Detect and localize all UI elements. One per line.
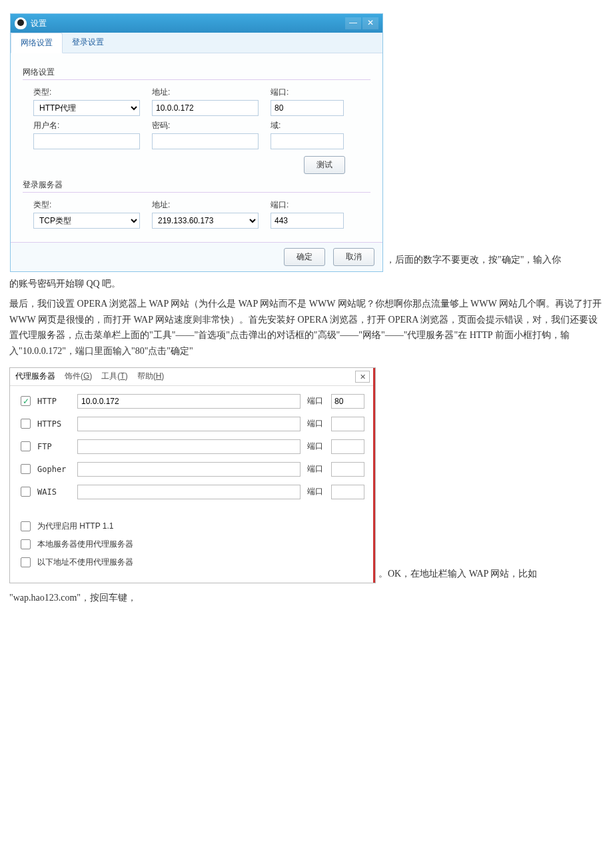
port-label: 端口 xyxy=(307,418,327,429)
chk-http11[interactable] xyxy=(21,521,31,531)
label-user: 用户名: xyxy=(33,120,140,131)
login-addr-select[interactable]: 219.133.60.173 xyxy=(152,213,259,229)
proxy-addr-gopher[interactable] xyxy=(77,462,301,477)
opera-dialog-title: 代理服务器 xyxy=(15,371,55,382)
proxy-port-wais[interactable] xyxy=(331,485,364,499)
test-button[interactable]: 测试 xyxy=(304,156,345,174)
para2: 最后，我们设置 OPERA 浏览器上 WAP 网站（为什么是 WAP 网站而不是… xyxy=(9,296,604,359)
label-type: 类型: xyxy=(33,87,140,98)
proxy-type-select[interactable]: HTTP代理 xyxy=(33,100,140,116)
proxy-addr-https[interactable] xyxy=(77,417,301,431)
proxy-row-gopher: Gopher端口 xyxy=(21,462,364,477)
tab-network[interactable]: 网络设置 xyxy=(11,33,63,53)
opera-menubar: 代理服务器 饰件(G) 工具(T) 帮助(H) ✕ xyxy=(10,368,375,386)
label-login-port: 端口: xyxy=(271,199,344,211)
group-login-server: 登录服务器 xyxy=(23,179,370,193)
port-label: 端口 xyxy=(307,441,327,452)
proxy-domain-input[interactable] xyxy=(271,133,344,149)
minimize-icon[interactable]: — xyxy=(345,17,361,29)
menu-decor[interactable]: 饰件(G) xyxy=(65,371,92,382)
proxy-port-input[interactable] xyxy=(271,100,344,116)
label-login-addr: 地址: xyxy=(152,199,259,211)
proxy-row-wais: WAIS端口 xyxy=(21,485,364,499)
close-icon[interactable]: ✕ xyxy=(362,17,378,29)
proxy-port-gopher[interactable] xyxy=(331,462,364,477)
para3b: "wap.hao123.com"，按回车键， xyxy=(9,590,604,606)
port-label: 端口 xyxy=(307,486,327,497)
proxy-user-input[interactable] xyxy=(33,133,140,149)
opt-bypass: 以下地址不使用代理服务器 xyxy=(37,557,133,568)
chk-http[interactable] xyxy=(21,396,31,406)
tab-login[interactable]: 登录设置 xyxy=(63,33,113,53)
proxy-port-ftp[interactable] xyxy=(331,439,364,454)
qq-tabs: 网络设置 登录设置 xyxy=(11,33,382,53)
label-port: 端口: xyxy=(271,87,344,98)
group-network: 网络设置 xyxy=(23,67,370,80)
cancel-button[interactable]: 取消 xyxy=(333,248,374,266)
opera-close-icon[interactable]: ✕ xyxy=(355,371,370,383)
chk-wais[interactable] xyxy=(21,487,31,497)
login-port-input[interactable] xyxy=(271,213,344,229)
menu-tools[interactable]: 工具(T) xyxy=(101,371,127,382)
proxy-port-http[interactable] xyxy=(331,394,364,409)
chk-local[interactable] xyxy=(21,539,31,549)
proto-label: WAIS xyxy=(37,487,77,497)
port-label: 端口 xyxy=(307,463,327,475)
qq-titlebar: 设置 — ✕ xyxy=(11,14,382,33)
qq-settings-dialog: 设置 — ✕ 网络设置 登录设置 网络设置 类型: HTTP代理 地址: xyxy=(10,13,383,272)
label-pass: 密码: xyxy=(152,120,259,131)
proxy-pass-input[interactable] xyxy=(152,133,259,149)
proto-label: Gopher xyxy=(37,465,77,474)
opt-http11: 为代理启用 HTTP 1.1 xyxy=(37,521,113,532)
menu-help[interactable]: 帮助(H) xyxy=(137,371,165,382)
qq-window-title: 设置 xyxy=(31,18,344,29)
ok-button[interactable]: 确定 xyxy=(284,248,325,266)
chk-https[interactable] xyxy=(21,419,31,429)
para1a: ，后面的数字不要更改，按"确定"，输入你 xyxy=(386,252,561,268)
port-label: 端口 xyxy=(307,395,327,407)
proxy-row-ftp: FTP端口 xyxy=(21,439,364,454)
login-type-select[interactable]: TCP类型 xyxy=(33,213,140,229)
proxy-addr-ftp[interactable] xyxy=(77,439,301,454)
opt-local: 本地服务器使用代理服务器 xyxy=(37,539,133,550)
proto-label: HTTPS xyxy=(37,419,77,429)
proto-label: FTP xyxy=(37,442,77,451)
qq-penguin-icon xyxy=(15,17,27,29)
chk-ftp[interactable] xyxy=(21,441,31,451)
opera-proxy-dialog: 代理服务器 饰件(G) 工具(T) 帮助(H) ✕ HTTP端口HTTPS端口F… xyxy=(9,367,376,583)
proxy-row-http: HTTP端口 xyxy=(21,394,364,409)
proxy-port-https[interactable] xyxy=(331,417,364,431)
label-domain: 域: xyxy=(271,120,344,131)
proxy-addr-input[interactable] xyxy=(152,100,259,116)
para3a: 。OK，在地址栏输入 WAP 网站，比如 xyxy=(378,566,537,582)
proxy-addr-wais[interactable] xyxy=(77,485,301,499)
proto-label: HTTP xyxy=(37,397,77,406)
label-addr: 地址: xyxy=(152,87,259,98)
chk-gopher[interactable] xyxy=(21,464,31,474)
label-login-type: 类型: xyxy=(33,199,140,211)
proxy-addr-http[interactable] xyxy=(77,394,301,409)
chk-bypass[interactable] xyxy=(21,557,31,567)
para1b: 的账号密码开始聊 QQ 吧。 xyxy=(9,276,604,292)
proxy-row-https: HTTPS端口 xyxy=(21,417,364,431)
